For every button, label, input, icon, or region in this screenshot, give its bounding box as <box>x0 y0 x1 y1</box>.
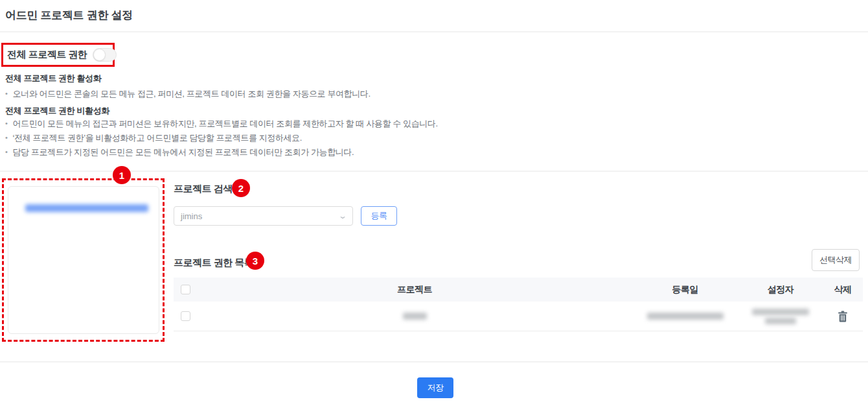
permission-table: 프로젝트 등록일 설정자 삭제 <box>174 278 863 331</box>
delete-row-button[interactable] <box>836 309 849 324</box>
header-project: 프로젝트 <box>198 284 632 296</box>
all-project-permission-label: 전체 프로젝트 권한 <box>7 49 87 61</box>
divider-bottom <box>0 361 868 362</box>
project-search-select[interactable]: jimins ⌄ <box>174 206 353 226</box>
header-configured-by: 설정자 <box>738 284 823 296</box>
disable-bullet-3-text: 담당 프로젝트가 지정된 어드민은 모든 메뉴에서 지정된 프로젝트 데이터만 … <box>12 147 354 158</box>
row-delete-cell <box>823 309 863 324</box>
annotation-badge-3: 3 <box>246 252 264 270</box>
save-button[interactable]: 저장 <box>417 377 453 398</box>
table-row <box>174 302 863 331</box>
disable-bullet-1-text: 어드민이 모든 메뉴의 접근과 퍼미션은 보유하지만, 프로젝트별로 데이터 조… <box>12 118 437 130</box>
masked-configured-by-line1 <box>752 309 809 315</box>
masked-admin-email-link[interactable] <box>25 204 148 212</box>
all-project-permission-toggle[interactable] <box>93 48 117 62</box>
bullet-icon: • <box>5 132 7 144</box>
project-search-heading: 프로젝트 검색 <box>174 183 233 195</box>
bullet-icon: • <box>5 118 7 130</box>
bullet-icon: • <box>5 147 7 158</box>
admin-list-panel <box>8 186 159 334</box>
header-delete: 삭제 <box>823 284 863 296</box>
disable-bullet-3: • 담당 프로젝트가 지정된 어드민은 모든 메뉴에서 지정된 프로젝트 데이터… <box>5 147 354 158</box>
row-select-cell <box>174 311 198 321</box>
masked-registered-date <box>647 313 724 320</box>
row-owner-cell <box>738 309 823 324</box>
annotation-red-box: 전체 프로젝트 권한 <box>1 43 115 67</box>
page-title: 어드민 프로젝트 권한 설정 <box>5 8 133 23</box>
select-all-checkbox[interactable] <box>181 285 190 294</box>
row-checkbox[interactable] <box>181 311 190 321</box>
register-button[interactable]: 등록 <box>361 206 397 226</box>
enable-bullet-1-text: 오너와 어드민은 콘솔의 모든 메뉴 접근, 퍼미션, 프로젝트 데이터 조회 … <box>12 88 370 100</box>
enable-bullet-1: • 오너와 어드민은 콘솔의 모든 메뉴 접근, 퍼미션, 프로젝트 데이터 조… <box>5 88 371 100</box>
bullet-icon: • <box>5 88 7 100</box>
masked-configured-by-line2 <box>765 318 796 324</box>
table-header-row: 프로젝트 등록일 설정자 삭제 <box>174 278 863 302</box>
annotation-badge-2: 2 <box>232 179 250 197</box>
masked-project-name <box>403 313 427 320</box>
disable-bullet-2: • ‘전체 프로젝트 권한’을 비활성화하고 어드민별로 담당할 프로젝트를 지… <box>5 132 302 144</box>
enable-heading: 전체 프로젝트 권한 활성화 <box>5 73 101 84</box>
permission-list-heading: 프로젝트 권한 목록 <box>174 257 253 269</box>
divider-top <box>0 31 868 32</box>
chevron-down-icon: ⌄ <box>338 211 347 220</box>
row-date-cell <box>632 313 738 320</box>
trash-icon <box>838 311 848 322</box>
toggle-knob-icon <box>93 49 106 61</box>
bulk-delete-button[interactable]: 선택삭제 <box>812 249 860 271</box>
project-search-select-value: jimins <box>181 211 202 221</box>
disable-heading: 전체 프로젝트 권한 비활성화 <box>5 105 109 117</box>
annotation-badge-1: 1 <box>113 166 131 184</box>
disable-bullet-1: • 어드민이 모든 메뉴의 접근과 퍼미션은 보유하지만, 프로젝트별로 데이터… <box>5 118 438 130</box>
row-project-cell <box>198 313 632 320</box>
disable-bullet-2-text: ‘전체 프로젝트 권한’을 비활성화하고 어드민별로 담당할 프로젝트를 지정하… <box>12 132 301 144</box>
header-registered-date: 등록일 <box>632 284 738 296</box>
header-select-all-cell <box>174 285 198 294</box>
